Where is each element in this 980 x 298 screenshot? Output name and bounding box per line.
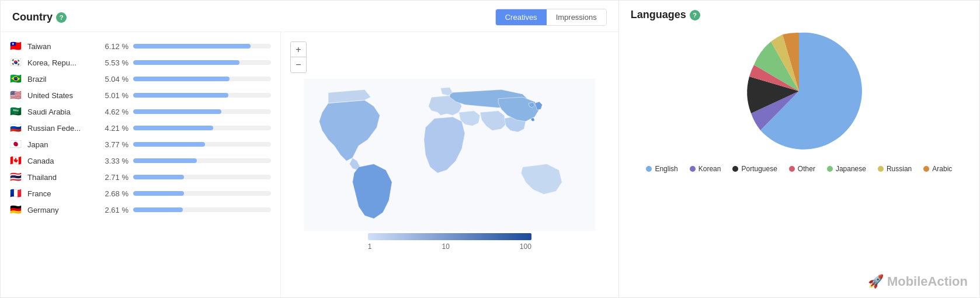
country-pct: 2.71 % — [96, 173, 128, 182]
world-map — [287, 79, 613, 231]
right-panel: Languages ? — [619, 1, 979, 297]
country-name: Japan — [27, 140, 92, 149]
country-flag: 🇫🇷 — [10, 189, 23, 198]
legend-mid: 10 — [442, 242, 449, 251]
country-title-text: Country — [12, 11, 53, 23]
country-row[interactable]: 🇹🇭 Thailand 2.71 % — [1, 169, 280, 185]
country-name: United States — [27, 91, 92, 100]
country-bar-fill — [133, 44, 251, 48]
legend-dot — [732, 166, 738, 172]
country-name: Canada — [27, 157, 92, 165]
country-flag: 🇰🇷 — [10, 58, 23, 67]
country-section-title: Country ? — [12, 11, 67, 23]
pie-legend: English Korean Portuguese Other Japanese… — [646, 165, 952, 173]
country-bar-fill — [133, 60, 239, 65]
zoom-in-button[interactable]: + — [291, 42, 306, 57]
legend-dot — [789, 166, 795, 172]
country-bar-container — [133, 93, 271, 98]
country-bar-fill — [133, 158, 197, 163]
country-bar-fill — [133, 207, 183, 212]
legend-dot — [878, 166, 884, 172]
tab-creatives[interactable]: Creatives — [496, 9, 547, 25]
zoom-controls: + − — [290, 41, 307, 73]
languages-help-badge[interactable]: ? — [690, 10, 700, 20]
legend-labels: 1 10 100 — [368, 242, 531, 251]
legend-item: Portuguese — [732, 165, 777, 173]
country-name: France — [27, 189, 92, 198]
country-pct: 2.68 % — [96, 189, 128, 198]
country-pct: 6.12 % — [96, 42, 128, 51]
rocket-icon: 🚀 — [868, 274, 884, 289]
legend-item: Russian — [878, 165, 912, 173]
country-flag: 🇷🇺 — [10, 123, 23, 133]
country-pct: 4.21 % — [96, 124, 128, 133]
tab-impressions[interactable]: Impressions — [547, 9, 606, 25]
country-flag: 🇧🇷 — [10, 74, 23, 84]
country-name: Korea, Repu... — [27, 58, 92, 67]
left-header: Country ? Creatives Impressions — [1, 1, 618, 32]
country-bar-container — [133, 44, 271, 48]
branding-text: MobileAction — [887, 274, 968, 289]
country-bar-container — [133, 77, 271, 81]
country-row[interactable]: 🇫🇷 France 2.68 % — [1, 185, 280, 202]
country-row[interactable]: 🇨🇦 Canada 3.33 % — [1, 153, 280, 169]
legend-dot — [923, 166, 929, 172]
country-pct: 5.01 % — [96, 91, 128, 100]
country-flag: 🇺🇸 — [10, 91, 23, 100]
left-panel: Country ? Creatives Impressions 🇹🇼 Taiwa… — [1, 1, 619, 297]
legend-item: English — [646, 165, 677, 173]
country-bar-fill — [133, 126, 213, 130]
branding: 🚀 MobileAction — [631, 268, 968, 289]
country-pct: 4.62 % — [96, 108, 128, 116]
country-row[interactable]: 🇸🇦 Saudi Arabia 4.62 % — [1, 103, 280, 120]
country-flag: 🇨🇦 — [10, 156, 23, 165]
country-list: 🇹🇼 Taiwan 6.12 % 🇰🇷 Korea, Repu... 5.53 … — [1, 32, 281, 297]
country-flag: 🇹🇼 — [10, 41, 23, 51]
legend-item: Japanese — [827, 165, 866, 173]
country-bar-fill — [133, 93, 228, 98]
legend-max: 100 — [520, 242, 531, 251]
country-bar-container — [133, 60, 271, 65]
legend-label: Japanese — [836, 165, 866, 173]
left-content: 🇹🇼 Taiwan 6.12 % 🇰🇷 Korea, Repu... 5.53 … — [1, 32, 618, 297]
languages-title: Languages — [631, 9, 686, 21]
country-pct: 5.04 % — [96, 75, 128, 84]
country-row[interactable]: 🇷🇺 Russian Fede... 4.21 % — [1, 120, 280, 136]
legend-gradient — [368, 233, 531, 240]
country-row[interactable]: 🇩🇪 Germany 2.61 % — [1, 202, 280, 218]
country-pct: 5.53 % — [96, 58, 128, 67]
pie-area: English Korean Portuguese Other Japanese… — [631, 27, 968, 268]
country-bar-container — [133, 109, 271, 114]
country-bar-fill — [133, 142, 205, 147]
legend-dot — [827, 166, 833, 172]
country-row[interactable]: 🇺🇸 United States 5.01 % — [1, 87, 280, 103]
country-bar-fill — [133, 191, 184, 196]
legend-item: Arabic — [923, 165, 952, 173]
right-header: Languages ? — [631, 9, 968, 21]
legend-item: Other — [789, 165, 815, 173]
country-help-badge[interactable]: ? — [56, 12, 67, 23]
country-bar-container — [133, 207, 271, 212]
legend-label: Korean — [698, 165, 721, 173]
country-row[interactable]: 🇧🇷 Brazil 5.04 % — [1, 71, 280, 87]
tab-group: Creatives Impressions — [495, 9, 607, 26]
pie-chart — [735, 27, 863, 155]
country-name: Thailand — [27, 173, 92, 182]
country-row[interactable]: 🇯🇵 Japan 3.77 % — [1, 136, 280, 153]
country-pct: 3.77 % — [96, 140, 128, 149]
country-bar-container — [133, 126, 271, 130]
map-legend: 1 10 100 — [368, 233, 531, 251]
country-row[interactable]: 🇹🇼 Taiwan 6.12 % — [1, 38, 280, 54]
country-bar-container — [133, 142, 271, 147]
legend-label: English — [655, 165, 677, 173]
country-bar-fill — [133, 77, 230, 81]
zoom-out-button[interactable]: − — [291, 57, 306, 72]
legend-label: Russian — [887, 165, 912, 173]
country-name: Saudi Arabia — [27, 108, 92, 116]
country-flag: 🇩🇪 — [10, 205, 23, 214]
legend-dot — [690, 166, 696, 172]
country-bar-fill — [133, 109, 221, 114]
country-row[interactable]: 🇰🇷 Korea, Repu... 5.53 % — [1, 54, 280, 71]
legend-item: Korean — [690, 165, 721, 173]
country-flag: 🇹🇭 — [10, 172, 23, 182]
